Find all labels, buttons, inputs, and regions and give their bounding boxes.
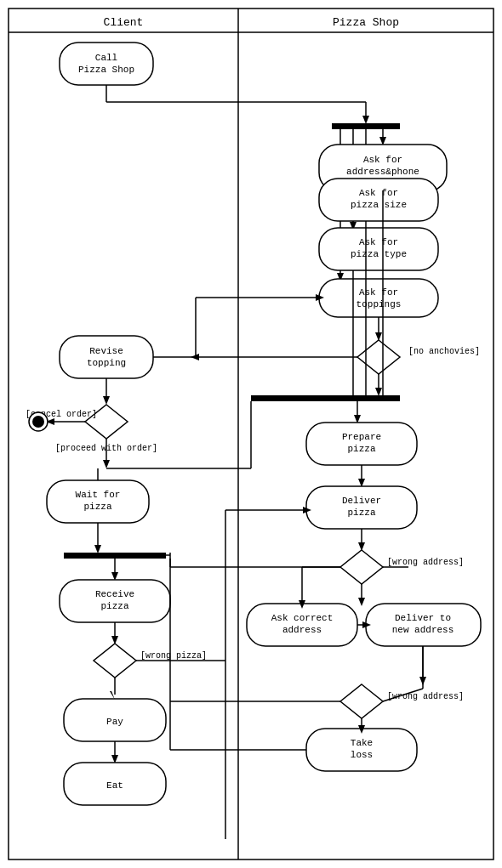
revise-topping-node [60,336,153,378]
pay-label: Pay [106,717,123,727]
ask-type-label2: pizza type [351,249,407,259]
revise-label1: Revise [89,346,123,356]
diagram-container: Client Pizza Shop Call Pizza Shop [0,0,502,868]
deliver-label1: Deliver [342,496,381,506]
ask-type-label1: Ask for [359,237,398,247]
join-bar-middle [251,395,400,401]
eat-label: Eat [106,780,123,791]
deliver-label2: pizza [347,508,375,518]
ask-toppings-label1: Ask for [359,287,398,298]
wrong-address1-label: [wrong address] [387,558,464,567]
receive-label1: Receive [95,589,134,599]
ask-address-label1: Ask for [363,155,402,165]
terminate-inner [32,416,44,428]
call-pizza-shop-label: Call [95,53,117,63]
deliver-new-label1: Deliver to [395,613,451,623]
deliver-new-label2: new address [392,625,454,635]
receive-label2: pizza [100,601,128,611]
fork-bar-top [332,123,400,129]
no-anchovies-label: [no anchovies] [408,347,480,356]
call-pizza-shop-label2: Pizza Shop [78,65,134,75]
call-pizza-shop-node [60,43,153,85]
ask-address-label2: address&phone [346,167,419,177]
ask-toppings-node [319,279,438,317]
wait-label1: Wait for [76,490,121,500]
take-loss-label1: Take [351,738,373,748]
ask-correct-label1: Ask correct [271,613,334,623]
ask-size-label1: Ask for [359,188,398,198]
ask-toppings-label2: toppings [357,299,402,309]
ask-correct-label2: address [282,625,322,635]
pizza-shop-header: Pizza Shop [333,16,399,29]
wrong-pizza-label: [wrong pizza] [140,651,207,661]
client-header: Client [104,16,144,29]
wait-label2: pizza [83,502,111,512]
prepare-label2: pizza [347,444,375,454]
prepare-label1: Prepare [342,432,381,442]
take-loss-label2: loss [351,750,373,760]
revise-label2: topping [87,358,126,368]
ask-size-label2: pizza size [351,200,407,210]
